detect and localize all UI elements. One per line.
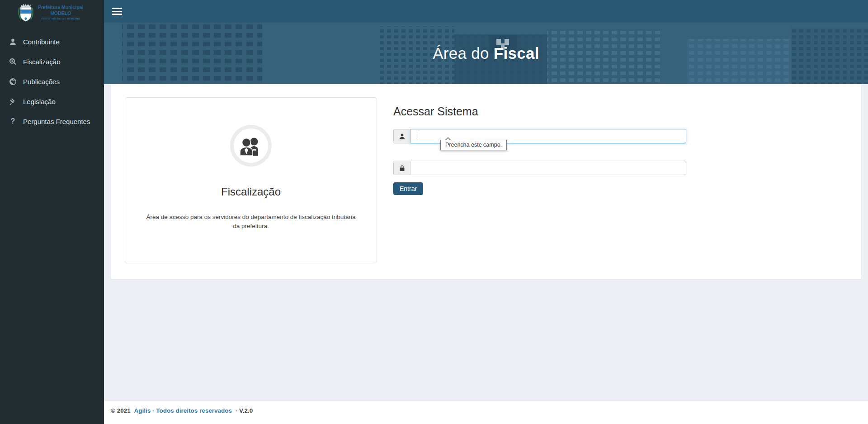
- brand-line2: MODELO: [38, 10, 83, 16]
- lock-icon: [393, 161, 410, 175]
- brand-line1: Prefeitura Municipal: [38, 5, 83, 10]
- user-icon: [9, 38, 17, 46]
- sidebar-menu: Contribuinte Fiscalização Publicações Le…: [0, 32, 104, 131]
- validation-tooltip: Preencha este campo.: [440, 140, 507, 150]
- hamburger-icon[interactable]: [112, 7, 122, 16]
- sidebar: Prefeitura Municipal MODELO PREFEITURA D…: [0, 0, 104, 424]
- text-caret: [418, 133, 418, 140]
- entrar-button[interactable]: Entrar: [393, 182, 423, 195]
- users-group-icon: [230, 125, 272, 167]
- sidebar-item-label: Perguntas Frequentes: [23, 118, 90, 125]
- search-plus-icon: [9, 57, 17, 66]
- footer-copyright: © 2021: [111, 407, 131, 414]
- banner: Área do Fiscal: [104, 23, 868, 84]
- login-heading: Acessar Sistema: [393, 105, 686, 118]
- brand-tagline: PREFEITURA DE SEU MUNICÍPIO: [38, 18, 83, 20]
- sidebar-item-label: Legislação: [23, 98, 56, 105]
- content-area: Fiscalização Área de acesso para os serv…: [104, 84, 868, 400]
- info-card-description: Área de acesso para os servidores do dep…: [145, 213, 357, 230]
- user-icon: [393, 129, 410, 143]
- page: Prefeitura Municipal MODELO PREFEITURA D…: [0, 0, 868, 424]
- brand-text: Prefeitura Municipal MODELO PREFEITURA D…: [38, 3, 83, 20]
- footer-link[interactable]: Agilis - Todos direitos reservados: [134, 407, 232, 414]
- info-card-title: Fiscalização: [125, 186, 377, 198]
- sidebar-item-publicacoes[interactable]: Publicações: [0, 71, 104, 91]
- question-icon: ?: [9, 117, 17, 126]
- password-input[interactable]: [410, 161, 686, 175]
- page-title-light: Área do: [433, 44, 489, 62]
- gavel-icon: [9, 97, 17, 106]
- login-form: Acessar Sistema Preencha este campo. Ent: [393, 84, 686, 195]
- username-group: Preencha este campo.: [393, 129, 686, 143]
- sidebar-item-perguntas-frequentes[interactable]: ? Perguntas Frequentes: [0, 111, 104, 131]
- topbar: [104, 0, 868, 23]
- brand-logo[interactable]: Prefeitura Municipal MODELO PREFEITURA D…: [0, 0, 104, 25]
- content-panel: Fiscalização Área de acesso para os serv…: [111, 84, 861, 279]
- page-title-bold: Fiscal: [494, 44, 539, 62]
- sidebar-item-fiscalizacao[interactable]: Fiscalização: [0, 52, 104, 71]
- municipal-crest-icon: [17, 3, 34, 24]
- sidebar-item-label: Fiscalização: [23, 58, 61, 66]
- footer-version: - V.2.0: [236, 407, 253, 414]
- sidebar-item-label: Contribuinte: [23, 38, 60, 46]
- password-group: [393, 161, 686, 175]
- page-title: Área do Fiscal: [104, 23, 868, 84]
- sidebar-item-legislacao[interactable]: Legislação: [0, 91, 104, 111]
- footer: © 2021 Agilis - Todos direitos reservado…: [104, 400, 868, 424]
- sidebar-item-contribuinte[interactable]: Contribuinte: [0, 32, 104, 52]
- sidebar-item-label: Publicações: [23, 78, 60, 86]
- info-card: Fiscalização Área de acesso para os serv…: [125, 97, 377, 263]
- globe-icon: [9, 77, 17, 86]
